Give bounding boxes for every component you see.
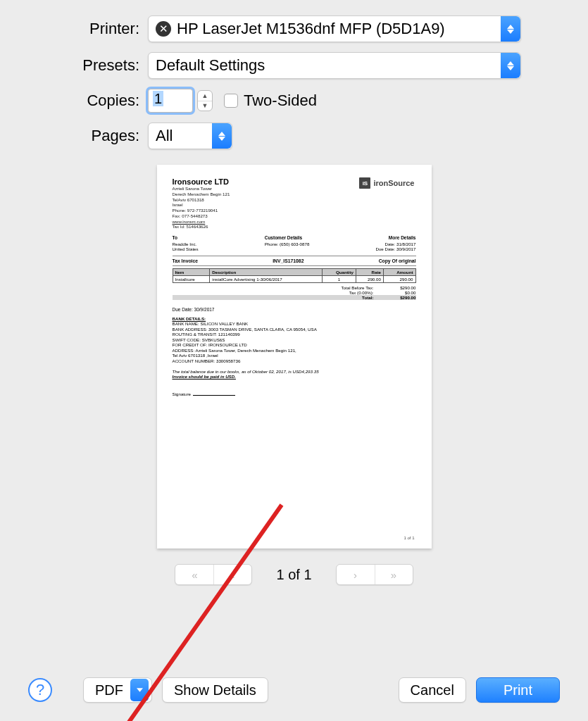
two-sided-label: Two-Sided bbox=[244, 92, 317, 110]
signature-line: Signature bbox=[173, 391, 416, 396]
pages-value: All bbox=[156, 127, 212, 145]
pdf-menu-button[interactable]: PDF bbox=[83, 677, 152, 703]
chevron-updown-icon bbox=[501, 53, 520, 78]
presets-select[interactable]: Default Settings bbox=[148, 52, 521, 79]
company-address: Azrieli Sarona Tower Derech Menachem Beg… bbox=[173, 186, 416, 230]
nav-next-group: › » bbox=[336, 564, 413, 585]
preview-nav: « ‹ 1 of 1 › » bbox=[175, 564, 413, 585]
two-sided-checkbox[interactable] bbox=[224, 94, 238, 108]
preview-page: iS ironSource Ironsource LTD Azrieli Sar… bbox=[157, 165, 432, 548]
copies-input[interactable]: 1 bbox=[148, 89, 193, 113]
pages-label: Pages: bbox=[28, 127, 148, 145]
invoice-items-table: Item Description Quantity Rate Amount In… bbox=[173, 268, 416, 283]
print-dialog: Printer: ✕ HP LaserJet M1536dnf MFP (D5D… bbox=[0, 0, 588, 721]
chevron-updown-icon bbox=[501, 16, 520, 42]
pdf-label: PDF bbox=[95, 682, 123, 698]
chevron-down-icon bbox=[130, 679, 149, 701]
nav-prev-group: « ‹ bbox=[175, 564, 252, 585]
chevron-updown-icon bbox=[212, 123, 232, 149]
pages-row: Pages: All bbox=[28, 123, 560, 149]
logo-text: ironSource bbox=[373, 179, 414, 187]
show-details-button[interactable]: Show Details bbox=[162, 677, 268, 703]
invoice-parties: To Readdle Inc. United States Customer D… bbox=[173, 235, 416, 251]
print-button[interactable]: Print bbox=[476, 677, 560, 703]
company-logo: iS ironSource bbox=[359, 177, 414, 189]
first-page-button[interactable]: « bbox=[175, 565, 213, 584]
table-row: Installcore installCore Advertising 1-30… bbox=[173, 276, 415, 283]
bank-details: BANK DETAILS: BANK NAME: SILICON VALLEY … bbox=[173, 316, 416, 363]
presets-row: Presets: Default Settings bbox=[28, 52, 560, 79]
copies-row: Copies: 1 ▲ ▼ Two-Sided bbox=[28, 89, 560, 113]
next-page-button[interactable]: › bbox=[337, 565, 375, 584]
printer-value: HP LaserJet M1536dnf MFP (D5D1A9) bbox=[177, 20, 501, 38]
stepper-down-icon[interactable]: ▼ bbox=[198, 101, 212, 111]
due-date: Due Date: 30/9/2017 bbox=[173, 307, 416, 312]
cancel-button[interactable]: Cancel bbox=[399, 677, 466, 703]
last-page-button[interactable]: » bbox=[375, 565, 413, 584]
prev-page-button[interactable]: ‹ bbox=[213, 565, 251, 584]
copies-label: Copies: bbox=[28, 92, 148, 110]
page-indicator: 1 of 1 bbox=[276, 567, 311, 583]
pages-select[interactable]: All bbox=[148, 123, 232, 149]
printer-row: Printer: ✕ HP LaserJet M1536dnf MFP (D5D… bbox=[28, 15, 560, 42]
presets-value: Default Settings bbox=[156, 56, 501, 75]
balance-note: The total balance due in our books, as o… bbox=[173, 369, 416, 379]
copies-value: 1 bbox=[153, 91, 163, 106]
logo-mark: iS bbox=[359, 177, 370, 189]
presets-label: Presets: bbox=[28, 56, 148, 75]
printer-select[interactable]: ✕ HP LaserJet M1536dnf MFP (D5D1A9) bbox=[148, 15, 521, 42]
invoice-bar: Tax Invoice INV_IS171082 Copy Of origina… bbox=[173, 258, 416, 266]
printer-offline-icon: ✕ bbox=[156, 21, 171, 37]
help-button[interactable]: ? bbox=[28, 678, 52, 702]
copies-stepper[interactable]: ▲ ▼ bbox=[197, 90, 213, 111]
bottom-bar: ? PDF Show Details Cancel Print bbox=[28, 677, 560, 703]
invoice-totals: Total Before Tax:$290.00 Tax (0.00%):$0.… bbox=[173, 285, 416, 300]
print-preview: iS ironSource Ironsource LTD Azrieli Sar… bbox=[28, 165, 560, 659]
page-number: 1 of 1 bbox=[404, 536, 414, 540]
stepper-up-icon[interactable]: ▲ bbox=[198, 91, 212, 101]
printer-label: Printer: bbox=[28, 20, 148, 38]
